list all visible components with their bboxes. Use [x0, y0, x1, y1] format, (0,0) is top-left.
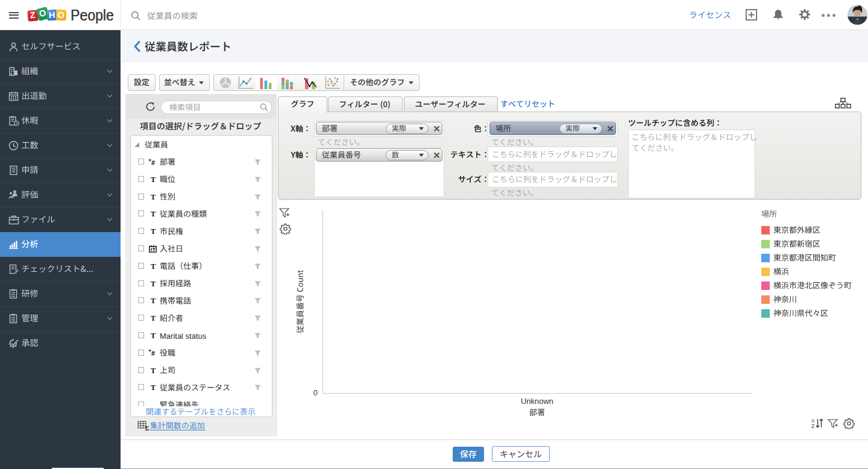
svg-text:Σ: Σ — [145, 424, 149, 431]
svg-text:Z: Z — [811, 423, 814, 429]
